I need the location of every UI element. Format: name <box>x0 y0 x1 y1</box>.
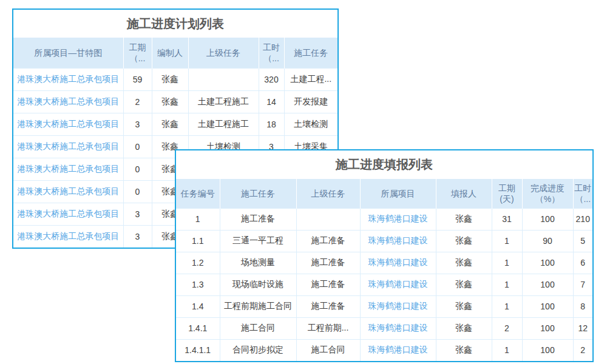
cell-task: 合同初步拟定 <box>220 339 296 361</box>
cell-progress: 100 <box>522 295 573 317</box>
table-row: 1.1三通一平工程施工准备珠海鹤港口建设张鑫1905 <box>176 230 592 252</box>
cell-hours: 8 <box>573 295 592 317</box>
cell-project[interactable]: 珠海鹤港口建设 <box>360 295 436 317</box>
cell-hours: 12 <box>573 317 592 339</box>
column-header-compiler: 编制人 <box>152 38 188 68</box>
cell-progress: 100 <box>522 317 573 339</box>
table-row: 1施工准备珠海鹤港口建设张鑫31100210 <box>176 208 592 230</box>
cell-parent: 土建工程施工 <box>188 90 259 113</box>
cell-hours: 7 <box>573 274 592 295</box>
cell-project[interactable]: 珠海鹤港口建设 <box>360 317 436 339</box>
table-row: 1.3现场临时设施施工准备珠海鹤港口建设张鑫11007 <box>176 274 592 295</box>
cell-task: 工程前期施工合同 <box>220 295 296 317</box>
report-table: 任务编号 施工任务 上级任务 所属项目 填报人 工期 (天) 完成进度 （%） … <box>176 179 592 361</box>
cell-task: 土壤检测 <box>284 113 337 135</box>
cell-task-no: 1 <box>176 208 220 230</box>
table-row: 1.4工程前期施工合同施工准备珠海鹤港口建设张鑫11008 <box>176 295 592 317</box>
cell-task-no: 1.4.1 <box>176 317 220 339</box>
cell-duration: 1 <box>492 295 522 317</box>
cell-task: 施工准备 <box>220 208 296 230</box>
cell-progress: 100 <box>522 339 573 361</box>
cell-duration: 31 <box>492 208 522 230</box>
cell-task: 土建工程... <box>284 68 337 90</box>
cell-task-no: 1.1 <box>176 230 220 252</box>
plan-table-header-row: 所属项目—甘特图 工期 （... 编制人 上级任务 工时 （... 施工任务 <box>13 38 337 68</box>
cell-hours: 18 <box>259 113 284 135</box>
column-header-hours: 工时 （... <box>573 179 592 208</box>
cell-project[interactable]: 港珠澳大桥施工总承包项目 <box>13 158 123 180</box>
table-row: 港珠澳大桥施工总承包项目2张鑫土建工程施工14开发报建 <box>13 90 337 113</box>
cell-project[interactable]: 港珠澳大桥施工总承包项目 <box>13 90 123 113</box>
cell-project[interactable]: 港珠澳大桥施工总承包项目 <box>13 68 123 90</box>
column-header-progress: 完成进度 （%） <box>522 179 573 208</box>
cell-hours: 320 <box>259 68 284 90</box>
column-header-reporter: 填报人 <box>436 179 492 208</box>
cell-compiler: 张鑫 <box>152 90 188 113</box>
column-header-task-no: 任务编号 <box>176 179 220 208</box>
cell-duration: 1 <box>492 274 522 295</box>
cell-duration: 0 <box>123 180 152 203</box>
cell-project[interactable]: 珠海鹤港口建设 <box>360 208 436 230</box>
cell-task: 开发报建 <box>284 90 337 113</box>
cell-project[interactable]: 港珠澳大桥施工总承包项目 <box>13 113 123 135</box>
report-table-title: 施工进度填报列表 <box>176 150 592 179</box>
cell-duration: 1 <box>492 230 522 252</box>
cell-parent: 施工准备 <box>296 295 360 317</box>
column-header-task: 施工任务 <box>220 179 296 208</box>
cell-progress: 100 <box>522 252 573 274</box>
cell-hours: 2 <box>573 339 592 361</box>
cell-compiler: 张鑫 <box>152 113 188 135</box>
cell-parent: 施工准备 <box>296 252 360 274</box>
table-row: 港珠澳大桥施工总承包项目3张鑫土建工程施工18土壤检测 <box>13 113 337 135</box>
cell-duration: 59 <box>123 68 152 90</box>
cell-parent: 施工合同 <box>296 339 360 361</box>
cell-reporter: 张鑫 <box>436 252 492 274</box>
table-row: 1.4.1.1合同初步拟定施工合同珠海鹤港口建设张鑫11002 <box>176 339 592 361</box>
cell-project[interactable]: 港珠澳大桥施工总承包项目 <box>13 135 123 158</box>
report-table-panel: 施工进度填报列表 任务编号 施工任务 上级任务 所属项目 填报人 工期 (天) … <box>175 149 594 362</box>
cell-task: 场地测量 <box>220 252 296 274</box>
cell-duration: 1 <box>492 252 522 274</box>
cell-hours: 5 <box>573 230 592 252</box>
cell-duration: 3 <box>123 225 152 248</box>
cell-progress: 100 <box>522 208 573 230</box>
column-header-project: 所属项目 <box>360 179 436 208</box>
cell-hours: 210 <box>573 208 592 230</box>
cell-duration: 0 <box>123 135 152 158</box>
column-header-parent: 上级任务 <box>188 38 259 68</box>
cell-parent: 施工准备 <box>296 230 360 252</box>
cell-task-no: 1.2 <box>176 252 220 274</box>
cell-project[interactable]: 珠海鹤港口建设 <box>360 230 436 252</box>
cell-task: 施工合同 <box>220 317 296 339</box>
cell-project[interactable]: 珠海鹤港口建设 <box>360 339 436 361</box>
cell-task-no: 1.3 <box>176 274 220 295</box>
cell-duration: 3 <box>123 203 152 225</box>
cell-reporter: 张鑫 <box>436 208 492 230</box>
table-row: 1.4.1施工合同工程前期...珠海鹤港口建设张鑫210012 <box>176 317 592 339</box>
table-row: 港珠澳大桥施工总承包项目59张鑫320土建工程... <box>13 68 337 90</box>
cell-project[interactable]: 港珠澳大桥施工总承包项目 <box>13 203 123 225</box>
cell-duration: 2 <box>123 90 152 113</box>
cell-project[interactable]: 珠海鹤港口建设 <box>360 252 436 274</box>
cell-project[interactable]: 港珠澳大桥施工总承包项目 <box>13 225 123 248</box>
plan-table-title: 施工进度计划列表 <box>13 10 337 38</box>
cell-duration: 2 <box>492 317 522 339</box>
cell-reporter: 张鑫 <box>436 317 492 339</box>
cell-parent: 工程前期... <box>296 317 360 339</box>
column-header-project: 所属项目—甘特图 <box>13 38 123 68</box>
cell-task: 现场临时设施 <box>220 274 296 295</box>
cell-progress: 90 <box>522 230 573 252</box>
cell-project[interactable]: 珠海鹤港口建设 <box>360 274 436 295</box>
column-header-duration: 工期 (天) <box>492 179 522 208</box>
cell-reporter: 张鑫 <box>436 274 492 295</box>
cell-task-no: 1.4.1.1 <box>176 339 220 361</box>
cell-hours: 14 <box>259 90 284 113</box>
cell-reporter: 张鑫 <box>436 230 492 252</box>
column-header-duration: 工期 （... <box>123 38 152 68</box>
cell-reporter: 张鑫 <box>436 295 492 317</box>
cell-project[interactable]: 港珠澳大桥施工总承包项目 <box>13 180 123 203</box>
cell-duration: 1 <box>492 339 522 361</box>
cell-parent: 施工准备 <box>296 274 360 295</box>
cell-progress: 100 <box>522 274 573 295</box>
cell-parent <box>296 208 360 230</box>
